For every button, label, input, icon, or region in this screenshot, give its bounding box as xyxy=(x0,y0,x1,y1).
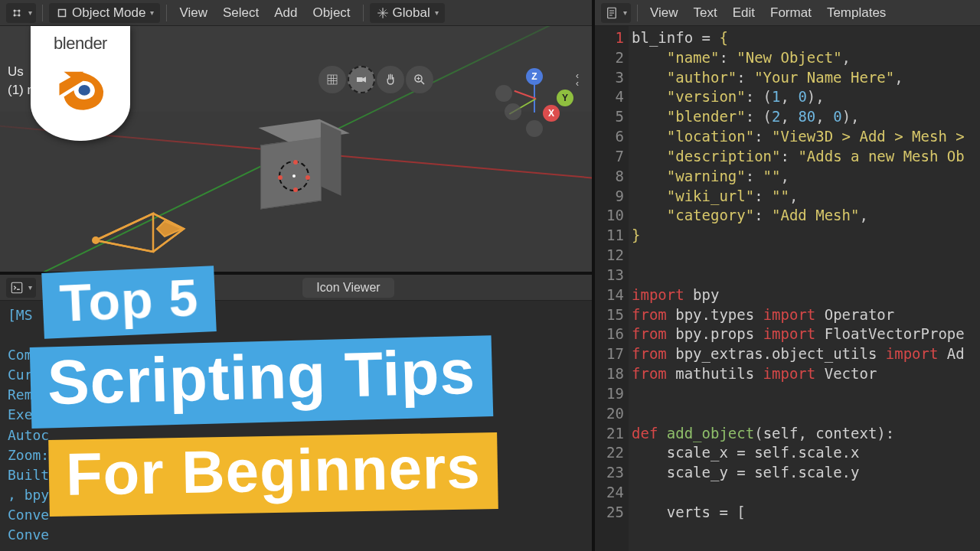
text-menu-edit[interactable]: Edit xyxy=(727,3,761,23)
gizmo-y-axis[interactable]: Y xyxy=(557,90,573,106)
text-menu-format[interactable]: Format xyxy=(764,3,818,23)
viewport-menu-select[interactable]: Select xyxy=(217,3,265,23)
zoom-icon[interactable] xyxy=(406,66,433,93)
overlay-title-2: Scripting Tips xyxy=(30,335,494,429)
text-editor-header: ▾ View Text Edit Format Templates xyxy=(595,0,980,26)
console-editor-type-icon[interactable]: ▾ xyxy=(6,278,36,298)
overlay-title-1: Top 5 xyxy=(41,266,217,339)
text-menu-view[interactable]: View xyxy=(644,3,684,23)
n-panel-toggle[interactable]: ‹‹ xyxy=(576,72,586,87)
navigation-gizmo[interactable]: Z Y X xyxy=(500,68,569,137)
gizmo-neg-axis[interactable] xyxy=(526,120,543,137)
orientation-label: Global xyxy=(393,5,430,21)
line-gutter: 1234567891011121314151617181920212223242… xyxy=(595,26,629,551)
grid-icon[interactable] xyxy=(318,66,346,93)
editor-type-icon[interactable]: ▾ xyxy=(6,3,36,23)
gizmo-neg-axis[interactable] xyxy=(495,85,512,102)
orientation-dropdown[interactable]: Global ▾ xyxy=(370,3,445,23)
svg-rect-11 xyxy=(11,282,22,293)
blender-logo-icon xyxy=(47,52,113,118)
text-menu-templates[interactable]: Templates xyxy=(821,3,892,23)
text-editor[interactable]: 1234567891011121314151617181920212223242… xyxy=(595,26,980,551)
mode-label: Object Mode xyxy=(72,5,145,21)
viewport-menu-add[interactable]: Add xyxy=(268,3,303,23)
overlay-title-3: For Beginners xyxy=(48,432,498,517)
camera-object[interactable] xyxy=(84,198,191,262)
gizmo-x-axis[interactable]: X xyxy=(543,105,560,122)
svg-marker-8 xyxy=(96,214,153,252)
text-editor-type-icon[interactable]: ▾ xyxy=(601,3,631,23)
svg-rect-4 xyxy=(59,9,66,16)
svg-marker-9 xyxy=(157,221,182,236)
blender-logo-badge: blender xyxy=(31,26,130,141)
gizmo-neg-axis[interactable] xyxy=(505,103,521,120)
cursor-3d xyxy=(279,161,309,191)
viewport-menu-view[interactable]: View xyxy=(173,3,214,23)
viewport-header: ▾ Object Mode ▾ View Select Add Object G… xyxy=(0,0,592,26)
viewport-tools xyxy=(318,66,433,93)
camera-view-icon[interactable] xyxy=(348,66,375,93)
viewport-menu-object[interactable]: Object xyxy=(306,3,356,23)
svg-point-14 xyxy=(78,85,90,96)
mode-dropdown[interactable]: Object Mode ▾ xyxy=(49,3,160,23)
blender-logo-text: blender xyxy=(31,34,130,54)
svg-rect-5 xyxy=(328,75,337,84)
gizmo-z-axis[interactable]: Z xyxy=(526,68,543,85)
icon-viewer-button[interactable]: Icon Viewer xyxy=(302,278,394,298)
text-menu-text[interactable]: Text xyxy=(688,3,724,23)
code-area[interactable]: bl_info = { "name": "New Object", "autho… xyxy=(629,26,980,551)
svg-point-10 xyxy=(92,236,100,244)
pan-icon[interactable] xyxy=(377,66,404,93)
